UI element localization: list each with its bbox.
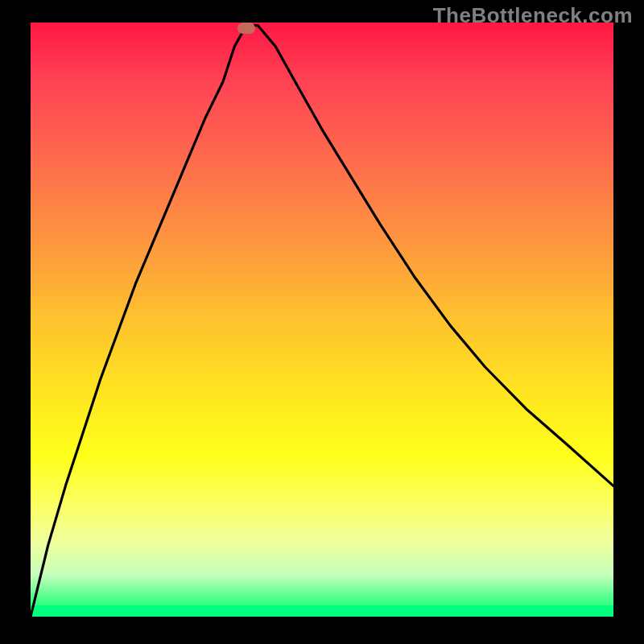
minimum-marker (237, 23, 255, 34)
curve-path (31, 26, 613, 617)
watermark-text: TheBottleneck.com (433, 3, 633, 28)
chart-frame: TheBottleneck.com (0, 0, 644, 644)
bottleneck-curve (31, 23, 613, 617)
plot-area (31, 23, 613, 617)
